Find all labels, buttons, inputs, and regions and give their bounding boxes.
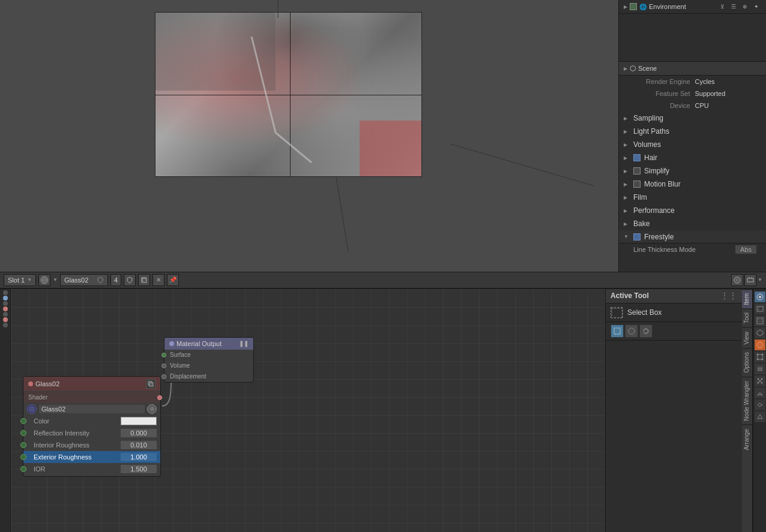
env-icon-2[interactable]: ☰ xyxy=(729,2,738,11)
hair-label: Hair xyxy=(644,154,657,162)
light-paths-section[interactable]: ▶ Light Paths xyxy=(619,125,766,138)
props-world-icon[interactable] xyxy=(755,339,765,350)
props-render-icon[interactable] xyxy=(755,291,765,302)
view-btn[interactable] xyxy=(744,274,756,286)
sampling-section[interactable]: ▶ Sampling xyxy=(619,112,766,125)
strip-dot-7 xyxy=(3,323,8,327)
copy-icon xyxy=(140,276,148,284)
motion-blur-section[interactable]: ▶ Motion Blur xyxy=(619,178,766,191)
film-section[interactable]: ▶ Film xyxy=(619,191,766,204)
reflection-value[interactable] xyxy=(121,429,157,437)
copy-btn[interactable] xyxy=(138,274,150,286)
hair-section[interactable]: ▶ Hair xyxy=(619,151,766,164)
socket-shader-out[interactable] xyxy=(157,395,162,400)
motion-blur-arrow: ▶ xyxy=(624,182,630,187)
tool-mode-circle[interactable] xyxy=(625,324,638,338)
socket-ior-in[interactable] xyxy=(20,466,26,472)
glass02-body: Shader Glas xyxy=(23,391,160,476)
props-object-icon[interactable] xyxy=(755,351,765,362)
tab-node-wrangler[interactable]: Node Wrangler xyxy=(742,377,752,425)
simplify-section[interactable]: ▶ Simplify xyxy=(619,164,766,178)
scene-header: ▶ ⬡ Scene xyxy=(619,62,766,76)
props-object-data-icon[interactable] xyxy=(755,411,765,422)
env-icon-3[interactable]: ⊕ xyxy=(740,2,750,11)
props-physics-icon[interactable] xyxy=(755,387,765,398)
tab-item[interactable]: Item xyxy=(742,289,752,308)
bake-section[interactable]: ▶ Bake xyxy=(619,217,766,230)
material-name-field[interactable]: Glass02 xyxy=(60,274,108,286)
props-modifier-icon[interactable] xyxy=(755,363,765,374)
tab-arrange[interactable]: Arrange xyxy=(742,425,752,454)
slot-selector[interactable]: Slot 1 ▼ xyxy=(4,274,36,286)
hair-checkbox[interactable] xyxy=(633,154,641,161)
device-value[interactable]: CPU xyxy=(695,102,762,109)
svg-rect-21 xyxy=(612,308,623,318)
tab-options[interactable]: Options xyxy=(742,348,752,376)
svg-rect-22 xyxy=(614,328,620,334)
material-preview-btn[interactable] xyxy=(38,274,50,286)
view-dropdown-icon[interactable]: ▼ xyxy=(758,277,762,282)
simplify-arrow: ▶ xyxy=(624,169,630,174)
delete-btn[interactable]: ✕ xyxy=(152,274,164,286)
freestyle-section[interactable]: ▼ Freestyle xyxy=(619,230,766,244)
node-glass02[interactable]: Glass02 Sha xyxy=(23,376,161,477)
svg-rect-34 xyxy=(758,354,762,359)
sphere-dropdown-icon[interactable]: ▼ xyxy=(53,277,58,282)
panel-toggle-icon[interactable]: ▶ xyxy=(624,66,627,71)
socket-displacement-in[interactable] xyxy=(161,374,166,379)
svg-rect-26 xyxy=(757,306,763,311)
props-particles-icon[interactable] xyxy=(755,375,765,386)
props-output-icon[interactable] xyxy=(755,303,765,314)
node-pause-icon[interactable]: ❚❚ xyxy=(239,340,249,347)
glass02-copy-icon[interactable] xyxy=(146,379,155,389)
motion-blur-checkbox[interactable] xyxy=(633,181,641,188)
node-material-output[interactable]: Material Output ❚❚ Surface Volume xyxy=(164,337,254,383)
props-icon-panel xyxy=(753,289,766,532)
glass02-name-text[interactable]: Glass02 xyxy=(39,405,145,413)
node-glass02-header: Glass02 xyxy=(23,377,160,391)
tool-mode-box[interactable] xyxy=(611,324,624,338)
tool-mode-lasso[interactable] xyxy=(639,324,653,338)
env-icon-1[interactable]: ⊻ xyxy=(717,2,727,11)
pin-btn[interactable]: 📌 xyxy=(167,274,179,286)
color-swatch[interactable] xyxy=(121,417,157,425)
socket-surface-in[interactable] xyxy=(161,353,166,357)
render-engine-value[interactable]: Cycles xyxy=(695,78,762,85)
panel-options-dots[interactable]: ⋮⋮ xyxy=(720,291,737,300)
feature-set-value[interactable]: Supported xyxy=(695,90,762,97)
socket-volume-in[interactable] xyxy=(161,363,166,368)
checkbox-env[interactable] xyxy=(630,3,637,10)
glass02-ior-row[interactable]: IOR xyxy=(23,463,160,475)
props-constraints-icon[interactable] xyxy=(755,399,765,410)
select-box-label: Select Box xyxy=(627,308,662,317)
performance-section[interactable]: ▶ Performance xyxy=(619,204,766,217)
socket-exterior-in[interactable] xyxy=(20,454,26,460)
line-thickness-mode-value[interactable]: Abs xyxy=(735,245,756,254)
props-view-layer-icon[interactable] xyxy=(755,315,765,326)
freestyle-checkbox[interactable] xyxy=(633,233,641,241)
glass02-interior-roughness-row[interactable]: Interior Roughness xyxy=(23,439,160,451)
svg-point-23 xyxy=(629,328,635,334)
tab-tool[interactable]: Tool xyxy=(742,308,752,327)
shield-btn[interactable] xyxy=(124,274,136,286)
svg-rect-12 xyxy=(142,278,146,282)
glass02-reflection-row[interactable]: Reflection Intensity xyxy=(23,427,160,439)
volumes-section[interactable]: ▶ Volumes xyxy=(619,138,766,151)
slot-dropdown-icon: ▼ xyxy=(27,277,32,282)
exterior-roughness-value[interactable] xyxy=(121,453,157,461)
glass02-browse-icon[interactable]: ◎ xyxy=(147,404,157,414)
env-icon-4[interactable]: ✦ xyxy=(752,2,761,11)
socket-reflection-in[interactable] xyxy=(20,430,26,436)
socket-color-in[interactable] xyxy=(20,418,26,424)
socket-interior-in[interactable] xyxy=(20,442,26,448)
simplify-checkbox[interactable] xyxy=(633,167,641,175)
tab-view[interactable]: View xyxy=(742,327,752,348)
ior-value[interactable] xyxy=(121,465,157,473)
bottom-toolbar: Slot 1 ▼ ▼ Glass02 4 xyxy=(0,272,766,288)
props-scene-icon[interactable] xyxy=(755,327,765,338)
glass02-exterior-roughness-row[interactable]: Exterior Roughness xyxy=(23,451,160,463)
arrow-icon[interactable]: ▶ xyxy=(624,4,627,10)
render-btn[interactable] xyxy=(731,274,743,286)
interior-roughness-value[interactable] xyxy=(121,441,157,449)
shader-editor[interactable]: Material Output ❚❚ Surface Volume xyxy=(11,289,605,532)
